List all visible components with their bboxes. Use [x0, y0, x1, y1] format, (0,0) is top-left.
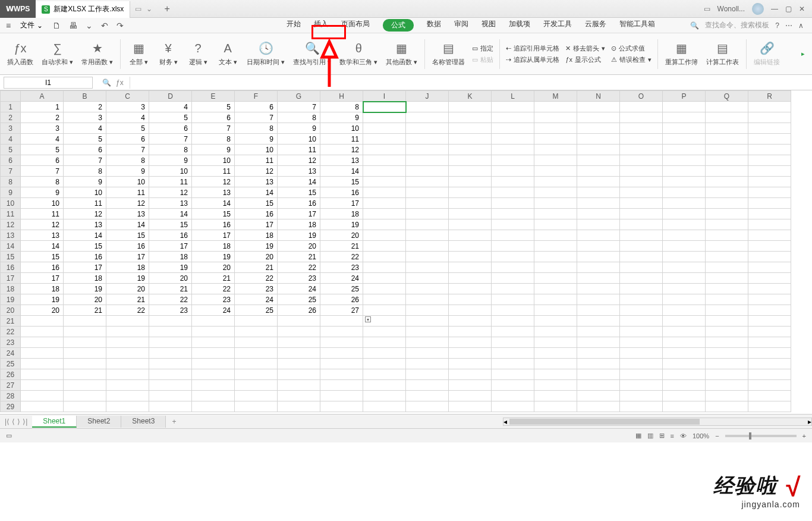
cell-H20[interactable]: 27 — [320, 305, 363, 316]
cell-Q7[interactable] — [706, 166, 748, 177]
cell-G3[interactable]: 9 — [278, 123, 320, 134]
cell-E27[interactable] — [192, 380, 235, 391]
cell-E11[interactable]: 15 — [192, 209, 235, 219]
cell-E19[interactable]: 23 — [192, 294, 235, 305]
cell-J23[interactable] — [406, 337, 449, 348]
cell-K8[interactable] — [449, 177, 492, 187]
row-header-6[interactable]: 6 — [1, 155, 21, 166]
cell-G5[interactable]: 11 — [278, 145, 320, 155]
cell-G27[interactable] — [278, 380, 320, 391]
cell-O28[interactable] — [620, 391, 663, 401]
row-header-11[interactable]: 11 — [1, 209, 21, 219]
tab-数据[interactable]: 数据 — [427, 19, 441, 32]
cell-E3[interactable]: 7 — [192, 123, 235, 134]
cell-Q11[interactable] — [706, 209, 748, 219]
cell-N19[interactable] — [577, 294, 620, 305]
cell-K6[interactable] — [449, 155, 492, 166]
cell-C2[interactable]: 4 — [106, 112, 149, 123]
scroll-right-icon[interactable]: ▸ — [808, 418, 811, 426]
cell-M2[interactable] — [534, 112, 577, 123]
cell-P24[interactable] — [663, 348, 706, 359]
user-name[interactable]: Wonoll... — [717, 5, 745, 13]
cell-M1[interactable] — [534, 102, 577, 112]
cell-P23[interactable] — [663, 337, 706, 348]
cell-K15[interactable] — [449, 252, 492, 262]
cell-I19[interactable] — [363, 294, 406, 305]
cell-B29[interactable] — [64, 401, 106, 412]
cell-A23[interactable] — [21, 337, 64, 348]
cell-K25[interactable] — [449, 359, 492, 369]
cell-J3[interactable] — [406, 123, 449, 134]
cell-D11[interactable]: 14 — [149, 209, 192, 219]
cell-O24[interactable] — [620, 348, 663, 359]
cell-Q5[interactable] — [706, 145, 748, 155]
cell-G26[interactable] — [278, 369, 320, 380]
cell-P16[interactable] — [663, 262, 706, 273]
cell-G18[interactable]: 24 — [278, 284, 320, 294]
cell-E22[interactable] — [192, 327, 235, 337]
row-header-15[interactable]: 15 — [1, 252, 21, 262]
cell-E24[interactable] — [192, 348, 235, 359]
cell-R15[interactable] — [748, 252, 791, 262]
cell-E10[interactable]: 14 — [192, 198, 235, 209]
cell-G11[interactable]: 17 — [278, 209, 320, 219]
sheet-tab-Sheet1[interactable]: Sheet1 — [32, 416, 77, 428]
cell-F22[interactable] — [235, 327, 278, 337]
cell-H7[interactable]: 14 — [320, 166, 363, 177]
cell-I25[interactable] — [363, 359, 406, 369]
cell-D24[interactable] — [149, 348, 192, 359]
cell-K13[interactable] — [449, 230, 492, 241]
col-header-M[interactable]: M — [534, 91, 577, 102]
show-formulas-button[interactable]: ƒx 显示公式 — [565, 55, 605, 64]
cell-M13[interactable] — [534, 230, 577, 241]
row-header-5[interactable]: 5 — [1, 145, 21, 155]
row-header-1[interactable]: 1 — [1, 102, 21, 112]
cell-B18[interactable]: 19 — [64, 284, 106, 294]
cell-B17[interactable]: 18 — [64, 273, 106, 284]
cell-H24[interactable] — [320, 348, 363, 359]
document-tab[interactable]: S 新建XLSX 工作表.xlsx — [36, 1, 130, 18]
cell-I17[interactable] — [363, 273, 406, 284]
cell-N2[interactable] — [577, 112, 620, 123]
cell-R12[interactable] — [748, 219, 791, 230]
cell-H1[interactable]: 8 — [320, 102, 363, 112]
cell-D15[interactable]: 18 — [149, 252, 192, 262]
row-header-17[interactable]: 17 — [1, 273, 21, 284]
cell-R2[interactable] — [748, 112, 791, 123]
cell-R18[interactable] — [748, 284, 791, 294]
cell-R3[interactable] — [748, 123, 791, 134]
cell-K21[interactable] — [449, 316, 492, 327]
cell-I18[interactable] — [363, 284, 406, 294]
cell-M6[interactable] — [534, 155, 577, 166]
cell-K1[interactable] — [449, 102, 492, 112]
cell-B10[interactable]: 11 — [64, 198, 106, 209]
cell-O20[interactable] — [620, 305, 663, 316]
cell-J26[interactable] — [406, 369, 449, 380]
row-header-8[interactable]: 8 — [1, 177, 21, 187]
cell-D8[interactable]: 11 — [149, 177, 192, 187]
cell-A14[interactable]: 14 — [21, 241, 64, 252]
cell-O15[interactable] — [620, 252, 663, 262]
cell-O21[interactable] — [620, 316, 663, 327]
cell-A25[interactable] — [21, 359, 64, 369]
error-check-button[interactable]: ⚠ 错误检查 ▾ — [611, 55, 652, 64]
cell-G1[interactable]: 7 — [278, 102, 320, 112]
cell-H26[interactable] — [320, 369, 363, 380]
cell-L5[interactable] — [492, 145, 534, 155]
cell-C5[interactable]: 7 — [106, 145, 149, 155]
cell-R5[interactable] — [748, 145, 791, 155]
cell-K12[interactable] — [449, 219, 492, 230]
cell-I13[interactable] — [363, 230, 406, 241]
cell-A20[interactable]: 20 — [21, 305, 64, 316]
cell-C19[interactable]: 21 — [106, 294, 149, 305]
cell-P26[interactable] — [663, 369, 706, 380]
cell-Q3[interactable] — [706, 123, 748, 134]
tab-页面布局[interactable]: 页面布局 — [341, 19, 370, 32]
cell-O29[interactable] — [620, 401, 663, 412]
cell-F24[interactable] — [235, 348, 278, 359]
cell-M29[interactable] — [534, 401, 577, 412]
cell-Q21[interactable] — [706, 316, 748, 327]
cell-I29[interactable] — [363, 401, 406, 412]
row-header-9[interactable]: 9 — [1, 187, 21, 198]
cell-N29[interactable] — [577, 401, 620, 412]
